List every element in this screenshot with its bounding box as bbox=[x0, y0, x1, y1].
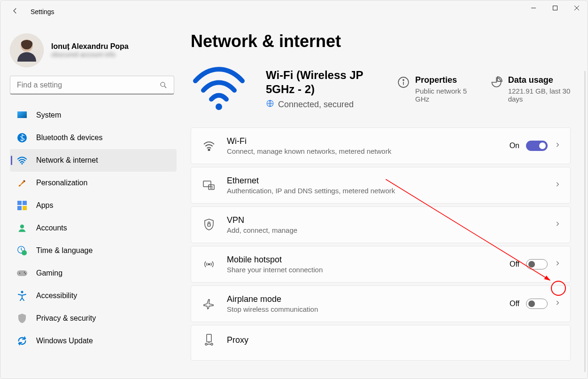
sidebar-item-label: Accessibility bbox=[36, 292, 77, 300]
back-button[interactable] bbox=[11, 7, 22, 17]
card-title: Mobile hotspot bbox=[227, 255, 323, 265]
svg-point-33 bbox=[209, 264, 210, 265]
sidebar-item-privacy[interactable]: Privacy & security bbox=[10, 307, 177, 330]
chevron-right-icon bbox=[554, 181, 561, 190]
card-vpn[interactable]: VPN Add, connect, manage bbox=[191, 206, 571, 243]
svg-rect-31 bbox=[209, 185, 214, 190]
sidebar-item-bluetooth[interactable]: Bluetooth & devices bbox=[10, 126, 177, 149]
sidebar-item-accessibility[interactable]: Accessibility bbox=[10, 284, 177, 307]
svg-rect-9 bbox=[17, 111, 27, 118]
person-icon bbox=[16, 222, 28, 234]
toggle-state-label: Off bbox=[510, 260, 519, 268]
properties-sub: Public network 5 GHz bbox=[415, 87, 472, 103]
accessibility-icon bbox=[16, 290, 28, 301]
svg-rect-30 bbox=[203, 181, 211, 187]
card-airplane-mode[interactable]: Airplane mode Stop wireless communicatio… bbox=[191, 285, 571, 322]
close-button[interactable] bbox=[566, 0, 588, 16]
wifi-icon bbox=[16, 155, 28, 166]
maximize-button[interactable] bbox=[544, 0, 566, 16]
sidebar-item-personalization[interactable]: Personalization bbox=[10, 172, 177, 194]
data-usage-link[interactable]: Data usage 1221.91 GB, last 30 days bbox=[490, 75, 571, 103]
card-title: VPN bbox=[227, 215, 297, 225]
sidebar-item-gaming[interactable]: Gaming bbox=[10, 262, 177, 284]
chevron-right-icon bbox=[554, 221, 561, 229]
user-email: obscured account info bbox=[51, 51, 129, 58]
card-subtitle: Stop wireless communication bbox=[227, 305, 318, 313]
svg-point-35 bbox=[205, 343, 207, 345]
svg-point-22 bbox=[25, 273, 26, 274]
properties-title: Properties bbox=[415, 75, 472, 85]
globe-icon bbox=[266, 99, 274, 110]
shield-lock-icon bbox=[202, 219, 216, 231]
data-usage-title: Data usage bbox=[508, 75, 571, 85]
svg-rect-32 bbox=[208, 224, 210, 226]
hotspot-icon bbox=[202, 259, 216, 269]
svg-point-23 bbox=[21, 291, 23, 293]
card-proxy[interactable]: Proxy bbox=[191, 325, 571, 361]
user-name: Ionuț Alexandru Popa bbox=[51, 42, 129, 51]
toggle-state-label: On bbox=[510, 142, 519, 150]
user-account-row[interactable]: Ionuț Alexandru Popa obscured account in… bbox=[10, 33, 177, 67]
data-usage-sub: 1221.91 GB, last 30 days bbox=[508, 87, 571, 103]
app-title: Settings bbox=[31, 8, 54, 16]
svg-rect-34 bbox=[207, 334, 211, 342]
proxy-icon bbox=[202, 334, 216, 346]
svg-point-28 bbox=[403, 79, 404, 80]
sidebar-item-label: Windows Update bbox=[36, 337, 93, 345]
svg-point-24 bbox=[216, 103, 222, 110]
update-icon bbox=[16, 335, 28, 347]
display-icon bbox=[16, 110, 28, 121]
sidebar-item-label: Apps bbox=[36, 201, 53, 210]
sidebar-item-label: Accounts bbox=[36, 224, 67, 232]
wifi-icon bbox=[202, 141, 216, 151]
svg-point-11 bbox=[21, 163, 23, 165]
chevron-right-icon bbox=[554, 142, 561, 150]
svg-rect-13 bbox=[23, 201, 27, 205]
card-mobile-hotspot[interactable]: Mobile hotspot Share your internet conne… bbox=[191, 246, 571, 283]
properties-link[interactable]: Properties Public network 5 GHz bbox=[397, 75, 472, 103]
chart-icon bbox=[490, 76, 503, 90]
sidebar-item-time[interactable]: Time & language bbox=[10, 239, 177, 262]
card-title: Ethernet bbox=[227, 176, 395, 186]
sidebar-item-network[interactable]: Network & internet bbox=[10, 149, 177, 172]
chevron-right-icon bbox=[554, 260, 561, 268]
svg-rect-12 bbox=[17, 201, 22, 205]
sidebar-item-label: Network & internet bbox=[36, 156, 98, 165]
airplane-toggle[interactable] bbox=[526, 299, 548, 309]
card-title: Proxy bbox=[227, 335, 248, 345]
svg-rect-15 bbox=[23, 206, 27, 210]
sidebar-item-label: Gaming bbox=[36, 269, 62, 277]
bluetooth-icon bbox=[16, 132, 28, 143]
svg-rect-14 bbox=[17, 206, 22, 210]
svg-point-6 bbox=[161, 82, 165, 87]
scrollbar[interactable] bbox=[584, 71, 586, 372]
minimize-button[interactable] bbox=[523, 0, 544, 16]
wifi-status-icon bbox=[191, 64, 247, 113]
sidebar-item-update[interactable]: Windows Update bbox=[10, 330, 177, 352]
search-icon bbox=[159, 81, 168, 91]
sidebar-item-apps[interactable]: Apps bbox=[10, 194, 177, 217]
sidebar-item-label: Privacy & security bbox=[36, 314, 96, 323]
svg-point-16 bbox=[20, 225, 24, 229]
clock-globe-icon bbox=[16, 245, 28, 256]
card-ethernet[interactable]: Ethernet Authentication, IP and DNS sett… bbox=[191, 167, 571, 204]
apps-icon bbox=[16, 200, 28, 211]
avatar bbox=[10, 33, 44, 67]
gamepad-icon bbox=[16, 268, 28, 279]
card-title: Wi-Fi bbox=[227, 136, 391, 146]
sidebar-item-system[interactable]: System bbox=[10, 104, 177, 126]
card-title: Airplane mode bbox=[227, 294, 318, 304]
svg-point-29 bbox=[208, 149, 209, 150]
airplane-icon bbox=[202, 298, 216, 309]
sidebar-item-label: Bluetooth & devices bbox=[36, 134, 102, 142]
card-subtitle: Add, connect, manage bbox=[227, 226, 297, 234]
svg-point-36 bbox=[211, 343, 213, 345]
search-input[interactable] bbox=[10, 76, 174, 95]
wifi-toggle[interactable] bbox=[526, 141, 548, 151]
chevron-right-icon bbox=[554, 300, 561, 308]
svg-rect-19 bbox=[17, 270, 27, 276]
card-wifi[interactable]: Wi-Fi Connect, manage known networks, me… bbox=[191, 127, 571, 164]
sidebar-item-accounts[interactable]: Accounts bbox=[10, 217, 177, 239]
hotspot-toggle[interactable] bbox=[526, 259, 548, 269]
svg-rect-1 bbox=[553, 6, 557, 10]
